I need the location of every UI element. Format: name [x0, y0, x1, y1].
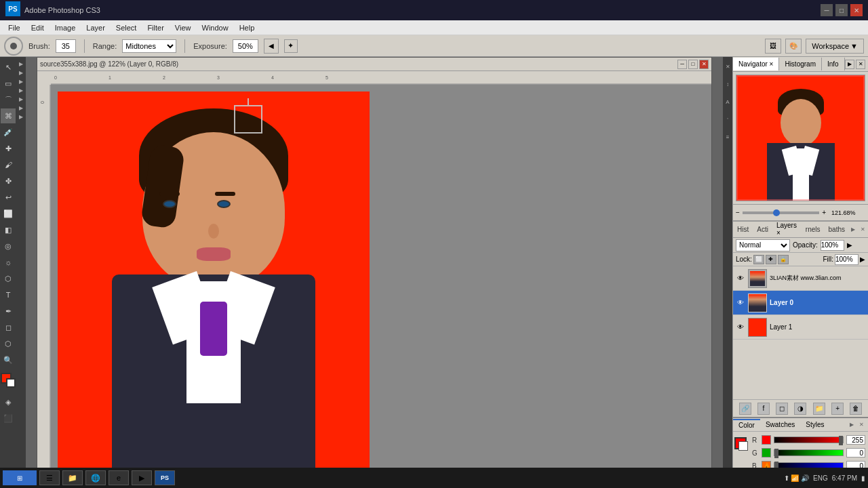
move-tool[interactable]: ↖ [1, 60, 16, 75]
taskbar-media[interactable]: ▶ [132, 470, 152, 485]
canvas-minimize[interactable]: ─ [677, 60, 687, 69]
r-slider-thumb[interactable] [839, 436, 843, 445]
fill-input[interactable] [835, 254, 859, 265]
rstrip-tool-b[interactable]: ↕ [724, 77, 732, 91]
path-tool[interactable]: ⬡ [1, 271, 16, 286]
layers-close-btn[interactable]: ✕ [859, 226, 867, 234]
menu-edit[interactable]: Edit [26, 22, 50, 33]
pen-tool[interactable]: ✒ [1, 304, 16, 319]
new-layer-btn[interactable]: + [831, 403, 844, 415]
exposure-input[interactable] [233, 39, 258, 53]
color-panel-close[interactable]: ✕ [857, 421, 865, 429]
menu-help[interactable]: Help [234, 22, 260, 33]
start-button[interactable]: ⊞ [3, 470, 37, 485]
tab-layers[interactable]: Layers × [772, 221, 802, 239]
tab-color[interactable]: Color [733, 419, 760, 430]
lock-all[interactable]: 🔒 [778, 255, 789, 264]
g-slider-track[interactable] [774, 449, 844, 456]
g-slider-thumb[interactable] [774, 449, 778, 458]
layer-link-btn[interactable]: 🔗 [739, 403, 751, 415]
layer-adjustment-btn[interactable]: ◑ [794, 403, 806, 415]
close-button[interactable]: ✕ [850, 4, 863, 16]
tab-paths[interactable]: baths [825, 224, 849, 235]
lasso-tool[interactable]: ⌒ [1, 92, 16, 107]
opacity-input[interactable] [821, 240, 844, 251]
strip-btn-1[interactable]: ▶ [17, 60, 25, 68]
layers-options-btn[interactable]: ▶ [849, 226, 857, 234]
menu-window[interactable]: Window [197, 22, 234, 33]
quick-mask-btn[interactable]: ◈ [1, 394, 16, 409]
menu-select[interactable]: Select [111, 22, 142, 33]
g-value-input[interactable]: 0 [846, 448, 865, 458]
r-slider-track[interactable] [774, 436, 844, 443]
blur-tool[interactable]: ◎ [1, 239, 16, 253]
minimize-button[interactable]: ─ [821, 4, 833, 16]
selection-tool[interactable]: ▭ [1, 76, 16, 91]
gradient-tool[interactable]: ◧ [1, 222, 16, 237]
taskbar-app-pinned[interactable]: ☰ [39, 470, 60, 485]
menu-view[interactable]: View [170, 22, 197, 33]
strip-btn-6[interactable]: ▶ [17, 104, 25, 112]
clone-tool[interactable]: ✤ [1, 174, 16, 188]
menu-layer[interactable]: Layer [81, 22, 111, 33]
blend-mode-select[interactable]: Normal [736, 239, 790, 251]
strip-btn-5[interactable]: ▶ [17, 95, 25, 103]
layer-visibility-layer1[interactable]: 👁 [736, 323, 745, 332]
canvas-content[interactable] [51, 85, 711, 476]
eraser-tool[interactable]: ⬜ [1, 206, 16, 221]
delete-layer-btn[interactable]: 🗑 [850, 403, 862, 415]
lock-image-pixels[interactable]: ⬜ [753, 255, 764, 264]
tab-info[interactable]: Info [822, 58, 845, 70]
canvas-maximize[interactable]: □ [688, 60, 698, 69]
strip-btn-2[interactable]: ▶ [17, 68, 25, 77]
healing-tool[interactable]: ✚ [1, 141, 16, 156]
layer-group-btn[interactable]: 📁 [813, 403, 825, 415]
fill-arrow[interactable]: ▶ [860, 256, 865, 263]
r-value-input[interactable]: 255 [846, 435, 865, 445]
3d-tool[interactable]: ⬡ [1, 336, 16, 351]
show-desktop-btn[interactable]: ▮ [861, 474, 865, 482]
nav-panel-options[interactable]: ▶ [845, 60, 854, 69]
layer-mask-btn[interactable]: ◻ [776, 403, 788, 415]
layer-visibility-layer0[interactable]: 👁 [736, 298, 745, 308]
canvas-close[interactable]: ✕ [699, 60, 709, 69]
tab-styles[interactable]: Styles [800, 420, 829, 430]
rstrip-tool-c[interactable]: A [724, 95, 732, 108]
zoom-slider-track[interactable] [743, 211, 819, 214]
workspace-button[interactable]: Workspace ▼ [806, 39, 864, 54]
shape-tool[interactable]: ◻ [1, 320, 16, 335]
tab-navigator[interactable]: Navigator × [733, 58, 779, 70]
layer-visibility-watermark[interactable]: 👁 [736, 274, 745, 283]
taskbar-ps[interactable]: PS [155, 470, 175, 485]
image-options-btn[interactable]: 🖼 [765, 39, 781, 54]
strip-btn-4[interactable]: ▶ [17, 86, 25, 94]
nav-panel-close[interactable]: ✕ [856, 60, 865, 69]
layer-row-layer1[interactable]: 👁 Layer 1 [733, 315, 868, 340]
tab-swatches[interactable]: Swatches [760, 420, 800, 430]
strip-btn-3[interactable]: ▶ [17, 77, 25, 85]
airbrush-toggle[interactable]: ✦ [284, 39, 298, 53]
history-tool[interactable]: ↩ [1, 190, 16, 205]
taskbar-ie[interactable]: e [108, 470, 129, 485]
background-color[interactable] [6, 378, 16, 388]
rstrip-tool-d[interactable]: ' [724, 113, 732, 126]
zoom-tool[interactable]: 🔍 [1, 352, 16, 367]
tab-actions[interactable]: Acti [753, 224, 772, 235]
menu-file[interactable]: File [3, 22, 26, 33]
dodge-tool[interactable]: ☼ [1, 255, 16, 270]
rstrip-tool-a[interactable]: ✕ [724, 60, 732, 73]
lock-position[interactable]: ✚ [766, 255, 776, 264]
layer-row-layer0[interactable]: 👁 Layer 0 [733, 291, 868, 315]
color-picker-btn[interactable]: 🎨 [785, 39, 802, 54]
eyedropper-tool[interactable]: 💉 [1, 125, 16, 140]
exposure-slider-btn[interactable]: ◀ [264, 39, 279, 54]
menu-filter[interactable]: Filter [142, 22, 169, 33]
opacity-arrow[interactable]: ▶ [847, 241, 852, 249]
strip-btn-7[interactable]: ▶ [17, 113, 25, 121]
tab-history[interactable]: Hist [733, 224, 753, 235]
color-panel-options[interactable]: ▶ [848, 421, 856, 429]
layer-effect-btn[interactable]: f [757, 403, 770, 415]
layer-row-watermark[interactable]: 👁 3LIAN素材 www.3lian.com [733, 266, 868, 291]
menu-image[interactable]: Image [50, 22, 81, 33]
screen-mode-btn[interactable]: ⬛ [1, 411, 16, 426]
